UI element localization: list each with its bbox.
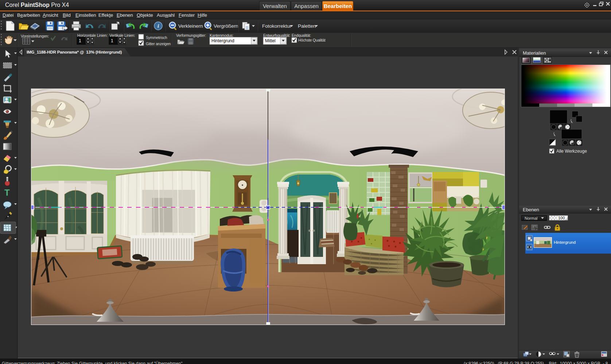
svg-text:1: 1 [79, 38, 81, 43]
svg-text:Fotokorrektur: Fotokorrektur [262, 23, 292, 29]
svg-text:T: T [4, 188, 10, 197]
svg-text:Verkleinern: Verkleinern [178, 23, 203, 29]
svg-text:Vergrößern: Vergrößern [214, 23, 238, 29]
svg-text:Hintergrund: Hintergrund [211, 38, 234, 43]
svg-text:Hintergrund: Hintergrund [554, 240, 576, 244]
svg-text:Mittel: Mittel [265, 38, 276, 43]
svg-text:1: 1 [111, 38, 113, 43]
svg-text:Paletten: Paletten [298, 23, 316, 29]
svg-text:Alle Werkzeuge: Alle Werkzeuge [556, 149, 587, 154]
